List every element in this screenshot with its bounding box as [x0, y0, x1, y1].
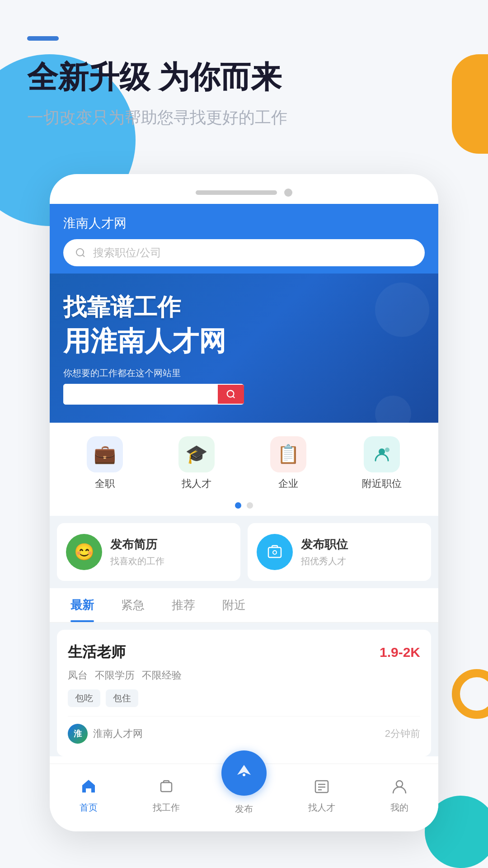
banner-search-input[interactable] — [63, 384, 218, 405]
dot-1 — [235, 502, 241, 509]
job-badge-meals: 包吃 — [68, 689, 100, 707]
top-dash-decoration — [27, 36, 59, 41]
publish-fab[interactable] — [221, 750, 267, 796]
publish-icon — [235, 761, 253, 784]
job-icon — [257, 534, 293, 570]
svg-rect-4 — [268, 547, 281, 557]
phone-mockup: 淮南人才网 搜索职位/公司 找靠谱工作 用淮南人才网 你想要的工作都在这个网站里 — [50, 174, 438, 831]
nav-profile-label: 我的 — [390, 802, 408, 814]
job-card-footer: 淮 淮南人才网 2分钟前 — [68, 716, 420, 744]
home-icon — [77, 774, 100, 798]
action-resume-sub: 找喜欢的工作 — [110, 555, 164, 567]
search-icon — [74, 246, 87, 259]
search-placeholder: 搜索职位/公司 — [93, 245, 161, 260]
action-cards-section: 😊 发布简历 找喜欢的工作 发布职位 招优秀人才 — [50, 516, 438, 588]
phone-camera — [284, 189, 292, 197]
category-fulltime-label: 全职 — [95, 477, 115, 491]
nav-findtalent[interactable]: 找人才 — [283, 774, 361, 814]
banner-section: 找靠谱工作 用淮南人才网 你想要的工作都在这个网站里 — [50, 274, 438, 423]
job-badges: 包吃 包住 — [68, 689, 420, 707]
category-talent-icon: 🎓 — [178, 436, 215, 472]
banner-search-row[interactable] — [63, 384, 244, 405]
nav-findjob-label: 找工作 — [153, 802, 180, 814]
company-logo: 淮 — [68, 724, 88, 744]
svg-point-3 — [385, 448, 389, 452]
nav-findjob[interactable]: 找工作 — [127, 774, 205, 814]
job-tags: 凤台 不限学历 不限经验 — [68, 669, 420, 682]
bg-decoration-orange-ring — [452, 669, 488, 719]
nav-profile[interactable]: 我的 — [361, 774, 438, 814]
phone-notch-bar — [50, 183, 438, 204]
svg-rect-6 — [161, 783, 172, 792]
job-tag-location: 凤台 — [68, 669, 88, 682]
action-job-title: 发布职位 — [301, 537, 348, 552]
post-time: 2分钟前 — [385, 727, 420, 741]
action-card-resume[interactable]: 😊 发布简历 找喜欢的工作 — [57, 523, 240, 581]
action-card-resume-text: 发布简历 找喜欢的工作 — [110, 537, 164, 567]
svg-point-12 — [396, 781, 403, 787]
action-job-sub: 招优秀人才 — [301, 555, 348, 567]
category-fulltime-icon: 💼 — [87, 436, 123, 472]
category-fulltime[interactable]: 💼 全职 — [87, 436, 123, 491]
svg-point-5 — [273, 551, 277, 554]
findtalent-icon — [310, 774, 333, 798]
banner-deco2 — [375, 396, 411, 423]
categories-section: 💼 全职 🎓 找人才 📋 企业 附近职位 — [50, 423, 438, 495]
category-enterprise[interactable]: 📋 企业 — [270, 436, 306, 491]
findjob-icon — [155, 774, 178, 798]
action-resume-title: 发布简历 — [110, 537, 164, 552]
job-badge-housing: 包住 — [106, 689, 138, 707]
app-header: 淮南人才网 搜索职位/公司 — [50, 204, 438, 274]
tab-recommended[interactable]: 推荐 — [158, 588, 209, 622]
category-talent[interactable]: 🎓 找人才 — [178, 436, 215, 491]
job-tag-edu: 不限学历 — [95, 669, 135, 682]
nav-findtalent-label: 找人才 — [308, 802, 335, 814]
job-salary: 1.9-2K — [380, 645, 420, 660]
category-enterprise-label: 企业 — [278, 477, 298, 491]
top-section: 全新升级 为你而来 一切改变只为帮助您寻找更好的工作 — [0, 0, 488, 147]
category-nearby-label: 附近职位 — [362, 477, 402, 491]
company-info: 淮 淮南人才网 — [68, 724, 143, 744]
action-card-job-text: 发布职位 招优秀人才 — [301, 537, 348, 567]
nav-home-label: 首页 — [80, 802, 98, 814]
job-title: 生活老师 — [68, 642, 126, 662]
phone-notch — [196, 190, 277, 195]
action-card-job[interactable]: 发布职位 招优秀人才 — [248, 523, 431, 581]
tab-latest[interactable]: 最新 — [57, 588, 108, 622]
tab-urgent[interactable]: 紧急 — [108, 588, 158, 622]
company-name: 淮南人才网 — [93, 727, 143, 741]
main-tagline: 全新升级 为你而来 — [27, 59, 461, 96]
category-nearby-icon — [364, 436, 400, 472]
search-bar[interactable]: 搜索职位/公司 — [63, 239, 425, 266]
job-tabs: 最新 紧急 推荐 附近 — [50, 588, 438, 623]
job-card[interactable]: 生活老师 1.9-2K 凤台 不限学历 不限经验 包吃 包住 淮 淮南人才网 2… — [57, 630, 431, 756]
svg-point-7 — [243, 774, 245, 776]
job-tag-exp: 不限经验 — [142, 669, 182, 682]
category-talent-label: 找人才 — [182, 477, 211, 491]
category-enterprise-icon: 📋 — [270, 436, 306, 472]
banner-sub: 你想要的工作都在这个网站里 — [63, 367, 425, 379]
nav-publish-label: 发布 — [235, 803, 253, 815]
resume-icon: 😊 — [66, 534, 102, 570]
svg-point-0 — [76, 249, 84, 256]
app-header-title: 淮南人才网 — [63, 215, 425, 232]
banner-deco1 — [375, 283, 429, 337]
profile-icon — [388, 774, 411, 798]
job-card-header: 生活老师 1.9-2K — [68, 642, 420, 662]
pagination-dots — [50, 495, 438, 516]
svg-point-1 — [227, 390, 234, 397]
banner-line1: 找靠谱工作 — [63, 292, 425, 323]
nav-publish[interactable]: 发布 — [205, 773, 283, 815]
category-nearby[interactable]: 附近职位 — [362, 436, 402, 491]
sub-tagline: 一切改变只为帮助您寻找更好的工作 — [27, 107, 461, 129]
bottom-navigation: 首页 找工作 发布 — [50, 764, 438, 831]
banner-line2: 用淮南人才网 — [63, 323, 425, 360]
nav-home[interactable]: 首页 — [50, 774, 127, 814]
dot-2 — [247, 502, 253, 509]
app-content: 淮南人才网 搜索职位/公司 找靠谱工作 用淮南人才网 你想要的工作都在这个网站里 — [50, 204, 438, 756]
tab-nearby[interactable]: 附近 — [209, 588, 259, 622]
banner-search-button[interactable] — [218, 385, 244, 404]
